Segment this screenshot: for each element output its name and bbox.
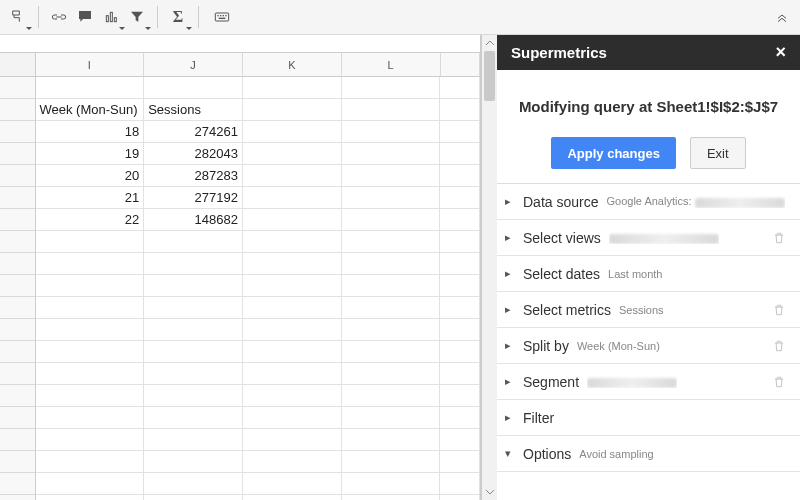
row-header[interactable] [0,451,36,473]
row-header[interactable] [0,187,36,209]
cell[interactable] [243,99,342,121]
cell[interactable] [342,99,441,121]
cell[interactable]: 20 [36,165,145,187]
row-header[interactable] [0,99,36,121]
cell[interactable] [144,495,243,500]
cell[interactable] [342,473,441,495]
cell[interactable] [440,165,480,187]
cell[interactable] [440,253,480,275]
column-header[interactable] [441,53,481,77]
cell[interactable]: 282043 [144,143,243,165]
cell[interactable] [144,341,243,363]
cell[interactable] [144,231,243,253]
cell[interactable] [36,407,145,429]
cell[interactable] [440,275,480,297]
row-header[interactable] [0,495,36,500]
cell[interactable] [342,187,441,209]
cell[interactable] [342,275,441,297]
cell[interactable] [36,231,145,253]
filter-button[interactable] [125,5,149,29]
column-header[interactable]: K [243,53,342,77]
cell[interactable] [36,297,145,319]
cell[interactable] [342,253,441,275]
scroll-track[interactable] [482,51,497,484]
vertical-scrollbar[interactable] [481,35,497,500]
cell[interactable] [440,451,480,473]
cell[interactable]: 19 [36,143,145,165]
cell[interactable] [36,77,145,99]
insert-comment-button[interactable] [73,5,97,29]
cell[interactable] [36,363,145,385]
cell[interactable] [36,341,145,363]
trash-icon[interactable] [772,231,786,245]
cell[interactable] [243,209,342,231]
cell[interactable] [342,341,441,363]
cell[interactable] [144,319,243,341]
cell[interactable]: Week (Mon-Sun) [36,99,145,121]
cell[interactable]: 22 [36,209,145,231]
cell[interactable] [144,451,243,473]
cell[interactable] [36,495,145,500]
cell[interactable] [342,451,441,473]
cell[interactable]: 21 [36,187,145,209]
cell[interactable] [36,385,145,407]
section-select-views[interactable]: ▸Select views [497,220,800,256]
section-select-metrics[interactable]: ▸Select metricsSessions [497,292,800,328]
cell[interactable] [243,451,342,473]
cell[interactable] [243,165,342,187]
cell[interactable] [342,143,441,165]
functions-button[interactable]: Σ [166,5,190,29]
cell[interactable] [243,319,342,341]
cell[interactable] [144,297,243,319]
cell[interactable] [243,473,342,495]
panel-close-button[interactable]: × [775,42,786,63]
cell[interactable] [36,429,145,451]
cell[interactable] [342,77,441,99]
row-header[interactable] [0,341,36,363]
row-header[interactable] [0,319,36,341]
cell[interactable] [144,429,243,451]
cell[interactable] [342,363,441,385]
section-filter[interactable]: ▸Filter [497,400,800,436]
scroll-up-button[interactable] [482,35,497,51]
row-header[interactable] [0,143,36,165]
cell[interactable]: Sessions [144,99,243,121]
cell[interactable] [144,275,243,297]
cell[interactable] [243,363,342,385]
cell[interactable] [342,319,441,341]
exit-button[interactable]: Exit [690,137,746,169]
cell[interactable] [243,187,342,209]
cell[interactable] [440,143,480,165]
scroll-down-button[interactable] [482,484,497,500]
scroll-thumb[interactable] [484,51,495,101]
row-header[interactable] [0,121,36,143]
cell[interactable]: 148682 [144,209,243,231]
row-header[interactable] [0,209,36,231]
cell[interactable] [440,473,480,495]
cell[interactable]: 287283 [144,165,243,187]
cell[interactable] [144,473,243,495]
cell[interactable] [243,385,342,407]
cell[interactable] [144,253,243,275]
cell[interactable] [243,143,342,165]
trash-icon[interactable] [772,339,786,353]
cell[interactable] [440,209,480,231]
section-split-by[interactable]: ▸Split byWeek (Mon-Sun) [497,328,800,364]
cell[interactable] [342,297,441,319]
row-header[interactable] [0,429,36,451]
cell[interactable] [144,385,243,407]
trash-icon[interactable] [772,303,786,317]
select-all-cell[interactable] [0,53,36,77]
cell[interactable] [440,385,480,407]
cell[interactable] [144,77,243,99]
cell[interactable] [342,165,441,187]
cell[interactable] [36,275,145,297]
collapse-toolbar-button[interactable] [770,5,794,29]
row-header[interactable] [0,253,36,275]
cell[interactable] [36,319,145,341]
section-options[interactable]: ▾OptionsAvoid sampling [497,436,800,472]
cell[interactable] [440,187,480,209]
cell[interactable] [243,231,342,253]
keyboard-button[interactable] [207,5,237,29]
row-header[interactable] [0,165,36,187]
